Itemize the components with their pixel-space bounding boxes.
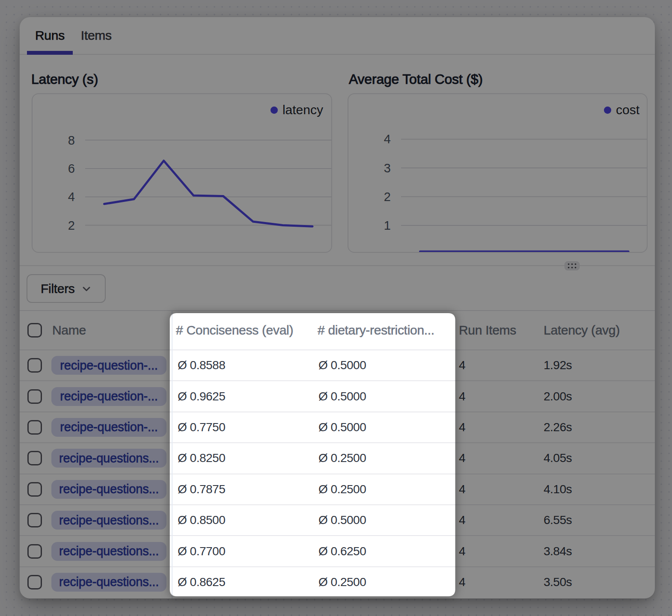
row-checkbox[interactable]	[27, 482, 42, 497]
runs-table: Name # Conciseness (eval) # dietary-rest…	[20, 310, 655, 598]
filters-button-label: Filters	[41, 281, 75, 296]
row-checkbox[interactable]	[27, 358, 42, 373]
cell-latency-avg: 4.05s	[544, 443, 572, 473]
page-background: Runs Items Latency (s) Average Total Cos…	[0, 0, 672, 616]
run-name-badge[interactable]: recipe-questions...	[51, 511, 167, 530]
table-row: recipe-questions...Ø 0.7700Ø 0.625043.84…	[20, 535, 655, 566]
latency-chart: latency 8642	[32, 93, 332, 253]
cell-latency-avg: 1.92s	[544, 350, 572, 380]
run-name-badge[interactable]: recipe-questions...	[51, 480, 167, 499]
cell-dietary: Ø 0.2500	[318, 443, 366, 473]
table-row: recipe-questions...Ø 0.8625Ø 0.250043.50…	[20, 566, 655, 597]
run-name-badge[interactable]: recipe-question-...	[51, 387, 167, 406]
table-row: recipe-question-...Ø 0.9625Ø 0.500042.00…	[20, 380, 655, 411]
chart-canvas	[33, 94, 331, 252]
run-name-badge[interactable]: recipe-question-...	[51, 356, 167, 375]
run-name-badge[interactable]: recipe-question-...	[51, 418, 167, 437]
column-header-run-items[interactable]: Run Items	[459, 311, 516, 349]
cell-conciseness: Ø 0.9625	[178, 381, 225, 411]
column-header-name[interactable]: Name	[52, 311, 86, 349]
y-axis-tick: 2	[33, 218, 75, 233]
table-row: recipe-question-...Ø 0.7750Ø 0.500042.26…	[20, 412, 655, 442]
cell-conciseness: Ø 0.8625	[178, 567, 225, 597]
y-axis-tick: 6	[33, 161, 75, 176]
cell-dietary: Ø 0.5000	[318, 505, 366, 535]
run-name-badge[interactable]: recipe-questions...	[51, 542, 167, 561]
column-header-conciseness[interactable]: # Conciseness (eval)	[176, 311, 293, 349]
y-axis-tick: 2	[348, 189, 391, 204]
column-header-latency-avg[interactable]: Latency (avg)	[544, 311, 620, 349]
tab-items-label: Items	[81, 28, 112, 43]
row-checkbox[interactable]	[27, 513, 42, 527]
cell-run-items: 4	[459, 505, 465, 535]
row-checkbox[interactable]	[27, 544, 42, 559]
table-row: recipe-questions...Ø 0.8500Ø 0.500046.55…	[20, 504, 655, 535]
cell-conciseness: Ø 0.7875	[178, 474, 225, 504]
tab-runs[interactable]: Runs	[27, 17, 73, 54]
chart-canvas	[348, 94, 647, 252]
column-header-dietary[interactable]: # dietary-restriction...	[318, 311, 434, 349]
select-all-checkbox[interactable]	[27, 323, 42, 338]
cost-chart: cost 4321	[348, 93, 648, 253]
row-checkbox[interactable]	[27, 575, 42, 589]
table-header-row: Name # Conciseness (eval) # dietary-rest…	[20, 310, 655, 349]
chevron-down-icon	[81, 283, 92, 294]
cell-dietary: Ø 0.5000	[318, 412, 366, 442]
table-row: recipe-questions...Ø 0.8250Ø 0.250044.05…	[20, 442, 655, 473]
cell-conciseness: Ø 0.7750	[178, 412, 225, 442]
cell-conciseness: Ø 0.8250	[178, 443, 225, 473]
tab-items[interactable]: Items	[73, 17, 120, 54]
tab-bar: Runs Items	[20, 17, 655, 55]
y-axis-tick: 3	[348, 160, 391, 176]
cell-latency-avg: 6.55s	[544, 505, 572, 535]
cell-latency-avg: 2.00s	[544, 381, 572, 411]
cell-conciseness: Ø 0.8500	[178, 505, 225, 535]
table-row: recipe-question-...Ø 0.8588Ø 0.500041.92…	[20, 349, 655, 380]
cell-conciseness: Ø 0.8588	[178, 350, 225, 380]
cell-latency-avg: 3.84s	[544, 536, 572, 566]
y-axis-tick: 1	[348, 218, 391, 233]
chart-title-latency: Latency (s)	[31, 71, 98, 87]
cell-run-items: 4	[459, 474, 465, 504]
row-checkbox[interactable]	[27, 420, 42, 435]
cell-latency-avg: 3.50s	[544, 567, 572, 597]
cell-run-items: 4	[459, 350, 465, 380]
cell-run-items: 4	[459, 443, 465, 473]
cell-latency-avg: 2.26s	[544, 412, 572, 442]
y-axis-tick: 4	[348, 131, 391, 147]
cell-dietary: Ø 0.5000	[318, 381, 366, 411]
row-checkbox[interactable]	[27, 451, 42, 465]
table-row: recipe-questions...Ø 0.7875Ø 0.250044.10…	[20, 474, 655, 504]
cell-latency-avg: 4.10s	[544, 474, 572, 504]
tab-runs-label: Runs	[35, 28, 65, 43]
cell-run-items: 4	[459, 536, 465, 566]
row-checkbox[interactable]	[27, 389, 42, 404]
run-name-badge[interactable]: recipe-questions...	[51, 573, 167, 592]
cell-run-items: 4	[459, 381, 465, 411]
datasets-panel: Runs Items Latency (s) Average Total Cos…	[20, 17, 655, 598]
filters-button[interactable]: Filters	[27, 274, 106, 303]
pinned-column-border	[172, 310, 172, 598]
cell-run-items: 4	[459, 567, 465, 597]
cell-dietary: Ø 0.5000	[318, 350, 366, 380]
y-axis-tick: 4	[33, 189, 75, 204]
y-axis-tick: 8	[33, 133, 75, 148]
cell-conciseness: Ø 0.7700	[178, 536, 225, 566]
cell-run-items: 4	[459, 412, 465, 442]
cell-dietary: Ø 0.2500	[318, 474, 366, 504]
chart-title-cost: Average Total Cost ($)	[349, 71, 483, 87]
cell-dietary: Ø 0.6250	[318, 536, 366, 566]
run-name-badge[interactable]: recipe-questions...	[51, 449, 167, 468]
cell-dietary: Ø 0.2500	[318, 567, 366, 597]
